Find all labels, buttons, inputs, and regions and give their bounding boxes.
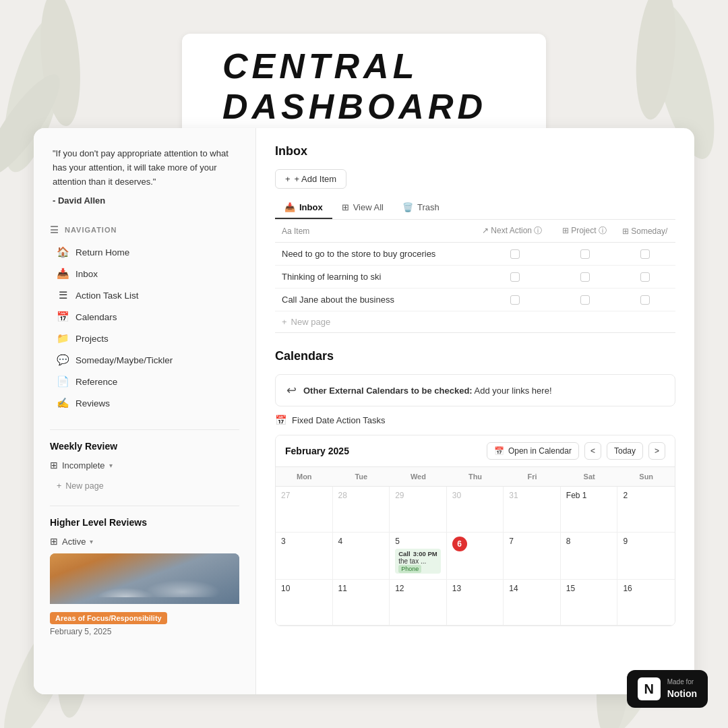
sidebar-item-someday[interactable]: 💬 Someday/Maybe/Tickler [50,350,239,370]
active-badge-row[interactable]: ⊞ Active ▾ [50,536,239,547]
someday-checkbox[interactable] [640,295,650,305]
tab-inbox[interactable]: 📥 Inbox [275,197,332,219]
sidebar-item-return-home[interactable]: 🏠 Return Home [50,242,239,262]
project-cell [555,289,615,311]
trash-icon: 🗑️ [402,202,413,212]
active-chevron-icon: ▾ [90,538,93,545]
event-tag: Phone [398,565,421,573]
item-cell: Need to go to the store to buy groceries [275,243,475,266]
next-checkbox[interactable] [510,295,520,305]
cal-cell-12: 12 [390,580,447,626]
quote-block: "If you don't pay appropriate attention … [50,147,239,208]
calendar-sm-icon: 📅 [275,415,286,425]
cal-cell-9: 9 [617,533,675,580]
list-icon: ☰ [57,289,69,301]
plus-icon: + [57,481,61,491]
prev-month-button[interactable]: < [584,442,601,460]
review-card-image [50,553,239,604]
external-cal-placeholder: Add your links here! [475,386,552,396]
cal-cell-2: 2 [617,487,675,533]
col-header-next: ↗ Next Action ⓘ [475,220,555,243]
hamburger-icon: ☰ [50,224,59,235]
sidebar-item-calendars[interactable]: 📅 Calendars [50,307,239,327]
next-month-button[interactable]: > [648,442,665,460]
svg-point-1 [36,0,85,127]
svg-point-4 [631,0,680,121]
external-cal-label: Other External Calendars to be checked: [303,386,473,396]
made-for-notion-badge: N Made for Notion [627,670,708,708]
sidebar-item-action-task-list[interactable]: ☰ Action Task List [50,285,239,305]
calendar-month: February 2025 [285,446,349,456]
next-cell [475,243,555,266]
today-button[interactable]: Today [607,442,643,460]
review-card-date: February 5, 2025 [50,627,239,636]
sidebar-item-label: Return Home [75,247,129,257]
weekly-review-title: Weekly Review [50,441,239,452]
weekly-review-new-page[interactable]: + New page [50,477,239,495]
chat-icon: 💬 [57,354,69,366]
someday-cell [615,243,675,266]
col-header-project: ⊞ Project ⓘ [555,220,615,243]
calendar-controls: 📅 Open in Calendar < Today > [487,442,665,460]
home-icon: 🏠 [57,246,69,258]
day-header-mon: Mon [276,467,333,487]
item-col-label: Aa Item [282,226,309,236]
sidebar-item-label: Someday/Maybe/Tickler [75,355,173,365]
fixed-date-row: 📅 Fixed Date Action Tasks [275,415,675,425]
project-checkbox[interactable] [580,295,590,305]
calendars-section: Calendars ↩ Other External Calendars to … [275,349,675,626]
event-header: Call 3:00 PM [398,550,437,557]
inbox-new-page-row[interactable]: + New page [275,311,675,333]
sidebar-item-reviews[interactable]: ✍️ Reviews [50,393,239,413]
cal-cell-6-today: 6 [447,533,504,580]
next-checkbox[interactable] [510,272,520,282]
cal-cell-31: 31 [504,487,561,533]
cal-cell-5: 5 Call 3:00 PM the tax ... Phone [390,533,447,580]
review-card[interactable]: Areas of Focus/Responsibility February 5… [50,553,239,638]
tab-trash-label: Trash [417,202,439,212]
col-header-item: Aa Item [275,220,475,243]
cal-cell-27: 27 [276,487,333,533]
day-header-fri: Fri [504,467,561,487]
sidebar-item-projects[interactable]: 📁 Projects [50,328,239,348]
sidebar-item-reference[interactable]: 📄 Reference [50,371,239,392]
external-link-icon: ↩ [286,383,297,398]
sidebar-item-label: Action Task List [75,291,139,301]
weekly-review-section: Weekly Review ⊞ Incomplete ▾ + New page [50,441,239,495]
chevron-down-icon: ▾ [109,462,113,469]
main-card: "If you don't pay appropriate attention … [34,128,694,694]
cal-cell-15: 15 [561,580,618,626]
made-for-label: Made for [667,677,697,687]
day-header-sun: Sun [617,467,675,487]
project-cell [555,243,615,266]
cal-cell-8: 8 [561,533,618,580]
sidebar-item-inbox[interactable]: 📥 Inbox [50,264,239,284]
nav-header: ☰ NAVIGATION [50,224,239,235]
divider-2 [50,506,239,506]
table-row: Need to go to the store to buy groceries [275,243,675,266]
incomplete-badge-row[interactable]: ⊞ Incomplete ▾ [50,460,239,471]
tab-trash[interactable]: 🗑️ Trash [393,197,449,219]
project-checkbox[interactable] [580,272,590,282]
cal-cell-30: 30 [447,487,504,533]
cal-cell-28: 28 [333,487,390,533]
project-col-label: ⊞ Project ⓘ [562,226,607,235]
cal-event[interactable]: Call 3:00 PM the tax ... Phone [395,549,441,574]
next-checkbox[interactable] [510,249,520,259]
someday-checkbox[interactable] [640,249,650,259]
day-header-tue: Tue [333,467,390,487]
sidebar-item-label: Projects [75,334,109,344]
sidebar-item-label: Inbox [75,269,98,279]
tab-inbox-label: Inbox [299,202,323,212]
grid-icon: ⊞ [50,460,58,471]
new-page-label: New page [65,481,103,491]
cal-cell-4: 4 [333,533,390,580]
project-checkbox[interactable] [580,249,590,259]
inbox-heading: Inbox [275,144,675,158]
open-calendar-button[interactable]: 📅 Open in Calendar [487,442,579,460]
tab-view-all[interactable]: ⊞ View All [332,197,393,219]
next-cell [475,289,555,311]
folder-icon: 📁 [57,332,69,344]
someday-checkbox[interactable] [640,272,650,282]
add-item-button[interactable]: + + Add Item [275,169,346,189]
